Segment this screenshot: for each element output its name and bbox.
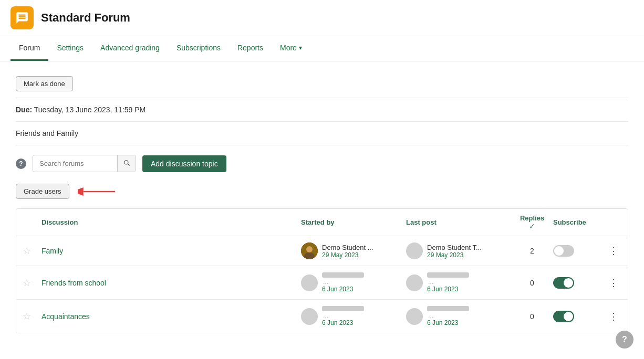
search-wrapper bbox=[33, 155, 136, 172]
due-label: Due: bbox=[16, 105, 32, 114]
replies-col-header: Replies ✓ bbox=[511, 214, 553, 230]
search-toolbar: ? Add discussion topic bbox=[16, 145, 628, 180]
started-by-cell-acquaintances: ... 6 Jun 2023 bbox=[301, 306, 406, 326]
table-row: ☆ Friends from school ... 6 Jun 2023 ...… bbox=[16, 266, 628, 300]
replies-label: Replies bbox=[520, 214, 544, 222]
avatar bbox=[406, 308, 423, 325]
grade-users-row: Grade users bbox=[16, 180, 628, 208]
tab-reports[interactable]: Reports bbox=[229, 36, 272, 61]
tab-settings[interactable]: Settings bbox=[48, 36, 92, 61]
ellipsis: ... bbox=[323, 311, 364, 319]
table-row: ☆ Acquaintances ... 6 Jun 2023 ... 6 Jun… bbox=[16, 300, 628, 333]
last-post-cell-friends: ... 6 Jun 2023 bbox=[406, 272, 511, 293]
page-header: Standard Forum bbox=[0, 0, 644, 36]
star-icon[interactable]: ☆ bbox=[23, 277, 41, 289]
tab-subscriptions[interactable]: Subscriptions bbox=[168, 36, 229, 61]
discussion-title-cell: Friends from school bbox=[41, 279, 301, 287]
subscribe-toggle-friends[interactable] bbox=[553, 277, 606, 289]
main-content: Mark as done Due: Tuesday, 13 June 2023,… bbox=[0, 61, 644, 342]
discussion-link-acquaintances[interactable]: Acquaintances bbox=[41, 312, 90, 321]
user-date: 29 May 2023 bbox=[322, 251, 373, 259]
svg-point-3 bbox=[306, 246, 313, 252]
ellipsis: ... bbox=[428, 311, 469, 319]
discussions-table: Discussion Started by Last post Replies … bbox=[16, 208, 628, 333]
subscribe-toggle-acquaintances[interactable] bbox=[553, 311, 606, 322]
grade-users-button[interactable]: Grade users bbox=[16, 184, 69, 199]
more-actions-button[interactable]: ⋮ bbox=[606, 245, 621, 257]
reply-count: 2 bbox=[511, 247, 553, 255]
toggle-knob bbox=[554, 246, 564, 256]
avatar bbox=[406, 242, 423, 259]
user-name: Demo Student ... bbox=[322, 244, 373, 251]
search-button[interactable] bbox=[117, 155, 136, 172]
mark-done-bar: Mark as done bbox=[16, 70, 628, 98]
toggle-knob bbox=[564, 278, 573, 288]
user-name-blurred bbox=[427, 306, 469, 311]
replies-check-icon: ✓ bbox=[529, 222, 535, 230]
user-info: Demo Student T... 29 May 2023 bbox=[427, 244, 482, 259]
ellipsis: ... bbox=[428, 278, 469, 286]
forum-name: Friends and Family bbox=[16, 129, 78, 138]
discussion-title-cell: Acquaintances bbox=[41, 312, 301, 321]
arrow-indicator bbox=[78, 184, 120, 199]
last-post-cell-family: Demo Student T... 29 May 2023 bbox=[406, 242, 511, 259]
due-value: Tuesday, 13 June 2023, 11:59 PM bbox=[34, 105, 146, 114]
discussion-link-friends[interactable]: Friends from school bbox=[41, 279, 106, 287]
user-name-blurred bbox=[322, 306, 364, 311]
page-title: Standard Forum bbox=[41, 11, 130, 25]
started-by-cell-family: Demo Student ... 29 May 2023 bbox=[301, 242, 406, 259]
table-row: ☆ Family Demo Student ... 29 May 2023 De… bbox=[16, 236, 628, 266]
user-info: ... 6 Jun 2023 bbox=[427, 306, 469, 326]
user-date: 6 Jun 2023 bbox=[322, 286, 364, 293]
user-info: ... 6 Jun 2023 bbox=[427, 272, 469, 293]
discussions-header: Discussion Started by Last post Replies … bbox=[16, 209, 628, 236]
started-by-cell-friends: ... 6 Jun 2023 bbox=[301, 272, 406, 293]
toggle-on[interactable] bbox=[553, 277, 574, 289]
star-icon[interactable]: ☆ bbox=[23, 311, 41, 322]
user-info: ... 6 Jun 2023 bbox=[322, 306, 364, 326]
forum-logo bbox=[11, 6, 34, 29]
more-actions-button[interactable]: ⋮ bbox=[606, 311, 621, 322]
user-info: Demo Student ... 29 May 2023 bbox=[322, 244, 373, 259]
due-date-bar: Due: Tuesday, 13 June 2023, 11:59 PM bbox=[16, 98, 628, 122]
toggle-off[interactable] bbox=[553, 245, 574, 257]
toggle-knob bbox=[564, 312, 573, 321]
more-actions-button[interactable]: ⋮ bbox=[606, 277, 621, 289]
ellipsis: ... bbox=[323, 278, 364, 286]
avatar bbox=[301, 308, 318, 325]
user-date: 29 May 2023 bbox=[427, 251, 482, 259]
star-icon[interactable]: ☆ bbox=[23, 245, 41, 257]
tab-more[interactable]: More bbox=[272, 36, 310, 61]
user-info: ... 6 Jun 2023 bbox=[322, 272, 364, 293]
search-input[interactable] bbox=[33, 156, 117, 171]
help-icon[interactable]: ? bbox=[16, 159, 26, 169]
user-name: Demo Student T... bbox=[427, 244, 482, 251]
subscribe-toggle-family[interactable] bbox=[553, 245, 606, 257]
last-post-col-header: Last post bbox=[406, 218, 511, 226]
nav-tabs: Forum Settings Advanced grading Subscrip… bbox=[0, 36, 644, 61]
toggle-on[interactable] bbox=[553, 311, 574, 322]
reply-count: 0 bbox=[511, 312, 553, 321]
user-name-blurred bbox=[322, 272, 364, 278]
user-date: 6 Jun 2023 bbox=[322, 319, 364, 326]
reply-count: 0 bbox=[511, 279, 553, 287]
avatar bbox=[406, 274, 423, 291]
forum-name-bar: Friends and Family bbox=[16, 122, 628, 145]
user-date: 6 Jun 2023 bbox=[427, 319, 469, 326]
discussion-col-header: Discussion bbox=[41, 218, 301, 226]
tab-forum[interactable]: Forum bbox=[11, 36, 48, 61]
discussion-title-cell: Family bbox=[41, 247, 301, 255]
user-date: 6 Jun 2023 bbox=[427, 286, 469, 293]
avatar bbox=[301, 274, 318, 291]
user-name-blurred bbox=[427, 272, 469, 278]
tab-advanced-grading[interactable]: Advanced grading bbox=[92, 36, 168, 61]
add-discussion-topic-button[interactable]: Add discussion topic bbox=[142, 155, 226, 172]
mark-done-button[interactable]: Mark as done bbox=[16, 76, 73, 91]
discussion-link-family[interactable]: Family bbox=[41, 247, 63, 255]
subscribe-col-header: Subscribe bbox=[553, 218, 606, 226]
last-post-cell-acquaintances: ... 6 Jun 2023 bbox=[406, 306, 511, 326]
avatar bbox=[301, 242, 318, 259]
started-by-col-header: Started by bbox=[301, 218, 406, 226]
